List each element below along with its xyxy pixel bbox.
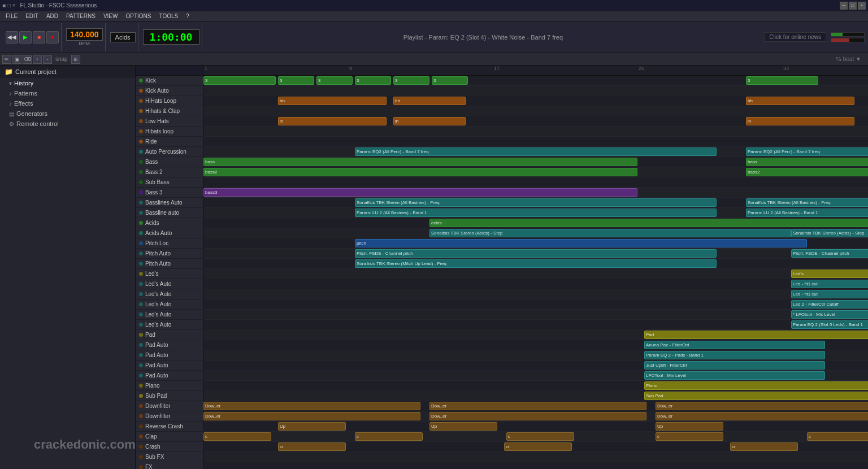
track-content-area[interactable]: 3333333hhhhhhlhlhlhParam: EQ2 (All Perc)… xyxy=(203,76,868,469)
pattern-block[interactable]: pitch xyxy=(355,239,807,247)
pattern-block[interactable]: bass xyxy=(203,158,637,166)
record-button[interactable]: ● xyxy=(46,31,59,44)
pattern-block[interactable]: c xyxy=(656,432,723,441)
track-name-row[interactable]: Led's Auto xyxy=(136,310,203,320)
sidebar-item-effects[interactable]: ♪ Effects xyxy=(0,98,135,108)
menu-help[interactable]: ? xyxy=(183,12,193,20)
track-name-row[interactable]: Pad Auto xyxy=(136,371,203,381)
track-name-row[interactable]: Led's Auto xyxy=(136,320,203,330)
pattern-block[interactable]: Param: EQ2 (All Perc) - Band 7 freq xyxy=(355,147,717,156)
pattern-block[interactable]: Sonalfsis TBK Stereo (Acids) - Step xyxy=(791,229,868,237)
track-name-row[interactable]: Kick Auto xyxy=(136,86,203,96)
track-name-row[interactable]: Led's Auto xyxy=(136,279,203,289)
pattern-block[interactable]: Up xyxy=(278,422,346,431)
pattern-block[interactable]: Led - flt1 cut xyxy=(791,280,868,288)
pattern-block[interactable]: Up xyxy=(656,422,723,431)
pattern-block[interactable]: 3 xyxy=(432,76,468,85)
select-tool[interactable]: ▣ xyxy=(12,55,21,64)
pattern-block[interactable]: acids xyxy=(429,219,868,227)
pattern-block[interactable]: hh xyxy=(393,97,466,105)
pattern-block[interactable]: lh xyxy=(746,117,854,125)
stop-button[interactable]: ■ xyxy=(33,31,45,44)
menu-tools[interactable]: TOOLS xyxy=(155,12,181,20)
pattern-block[interactable]: Dow..er xyxy=(203,412,420,420)
track-name-row[interactable]: Piano xyxy=(136,381,203,391)
pattern-block[interactable]: Sub Pad xyxy=(644,392,868,400)
menu-view[interactable]: VIEW xyxy=(100,12,121,20)
track-name-row[interactable]: Led's xyxy=(136,269,203,279)
pattern-block[interactable]: c xyxy=(355,432,423,441)
pattern-block[interactable]: bass xyxy=(746,158,868,166)
track-name-row[interactable]: Auto Percussion xyxy=(136,147,203,157)
track-name-row[interactable]: Pad Auto xyxy=(136,340,203,350)
sidebar-item-history[interactable]: ▾ History xyxy=(0,78,135,88)
pattern-block[interactable]: lh xyxy=(278,117,387,125)
snap-button[interactable]: ⊞ xyxy=(71,55,80,64)
track-name-row[interactable]: Bass xyxy=(136,157,203,167)
erase-tool[interactable]: ⌫ xyxy=(23,55,32,64)
pattern-block[interactable]: 3 xyxy=(203,76,276,85)
track-name-row[interactable]: Pad xyxy=(136,330,203,340)
menu-file[interactable]: FILE xyxy=(2,12,21,20)
pattern-block[interactable]: 3 xyxy=(278,76,314,85)
pattern-block[interactable]: Param: LU 2 (All Basines) - Band 1 xyxy=(355,209,717,217)
sidebar-item-patterns[interactable]: ♪ Patterns xyxy=(0,88,135,98)
track-name-row[interactable]: Downfilter xyxy=(136,401,203,411)
draw-tool[interactable]: ✏ xyxy=(2,55,11,64)
pattern-block[interactable]: Dow..er xyxy=(429,412,646,420)
track-name-row[interactable]: Bass 2 xyxy=(136,167,203,177)
pattern-block[interactable]: Just Uplift - FilterCtrl xyxy=(644,361,825,370)
play-button[interactable]: ▶ xyxy=(19,31,32,44)
pattern-block[interactable]: cr xyxy=(278,442,346,451)
pattern-block[interactable]: Pitch: FSDE - Channel pitch xyxy=(355,249,717,258)
track-name-row[interactable]: Pitch Auto xyxy=(136,259,203,269)
track-name-row[interactable]: Reverse Crash xyxy=(136,422,203,432)
track-name-row[interactable]: FX xyxy=(136,462,203,469)
pattern-block[interactable]: Param: EQ2 (All Perc) - Band 7 freq xyxy=(746,147,868,156)
track-name-row[interactable]: Hibats loop xyxy=(136,127,203,137)
menu-options[interactable]: OPTIONS xyxy=(122,12,154,20)
pattern-block[interactable]: cr xyxy=(504,442,572,451)
zoom-out[interactable]: - xyxy=(43,55,52,64)
track-name-row[interactable]: Pitch Loc xyxy=(136,238,203,249)
pattern-block[interactable]: c xyxy=(807,432,868,441)
pattern-block[interactable]: bass2 xyxy=(203,168,637,176)
track-name-row[interactable]: Crash xyxy=(136,442,203,452)
menu-edit[interactable]: EDIT xyxy=(22,12,42,20)
pattern-block[interactable]: c xyxy=(203,432,271,441)
pattern-block[interactable]: Sonalfsis TBK Stereo (All Basines) - Fre… xyxy=(355,198,717,207)
track-name-row[interactable]: Bass 3 xyxy=(136,188,203,198)
pattern-block[interactable]: LFOTool - Mix Level xyxy=(644,371,825,380)
track-name-row[interactable]: Led's Auto xyxy=(136,289,203,299)
pattern-block[interactable]: Dow..er xyxy=(429,402,646,410)
track-name-row[interactable]: Pad Auto xyxy=(136,350,203,361)
track-name-row[interactable]: Pitch Auto xyxy=(136,249,203,259)
pattern-block[interactable]: Led - flt1 cut xyxy=(791,290,868,298)
track-name-row[interactable]: Clap xyxy=(136,432,203,442)
pattern-block[interactable]: Sonalfsis TBK Stereo (Acids) - Step xyxy=(429,229,791,237)
pattern-block[interactable]: Pitch: FSDE - Channel pitch xyxy=(791,249,868,258)
pattern-block[interactable]: Pad xyxy=(644,331,868,339)
pattern-block[interactable]: Dow..er xyxy=(656,412,868,420)
track-name-row[interactable]: Acids Auto xyxy=(136,228,203,238)
track-name-row[interactable]: Sub FX xyxy=(136,452,203,462)
track-name-row[interactable]: Sub Bass xyxy=(136,177,203,188)
pattern-block[interactable]: Sora.ksis TBK Stereo (Mitch Up Lead) - F… xyxy=(355,259,717,268)
pattern-block[interactable]: Led 2 - FilterCtrl Cutoff xyxy=(791,300,868,309)
pattern-block[interactable]: Param: LU 2 (All Basines) - Band 1 xyxy=(746,209,868,217)
track-name-row[interactable]: Acids xyxy=(136,218,203,228)
pattern-selector[interactable]: Acids xyxy=(110,32,136,42)
track-name-row[interactable]: HiHats Loop xyxy=(136,96,203,106)
track-name-row[interactable]: Ride xyxy=(136,137,203,147)
pattern-block[interactable]: hh xyxy=(278,97,387,105)
pattern-block[interactable]: Param EQ 2 (Slot 5 Leds) - Band 1 xyxy=(791,320,868,329)
track-name-row[interactable]: Low Hats xyxy=(136,116,203,127)
track-name-row[interactable]: Bassline auto xyxy=(136,208,203,218)
track-name-row[interactable]: Kick xyxy=(136,76,203,86)
track-name-row[interactable]: Sub Pad xyxy=(136,391,203,401)
pattern-block[interactable]: Piano xyxy=(644,381,868,390)
pattern-block[interactable]: Param EQ 2 - Pads - Band 1 xyxy=(644,351,825,359)
menu-add[interactable]: ADD xyxy=(43,12,62,20)
pattern-block[interactable]: Up xyxy=(429,422,497,431)
sidebar-item-generators[interactable]: ▤ Generators xyxy=(0,108,135,119)
